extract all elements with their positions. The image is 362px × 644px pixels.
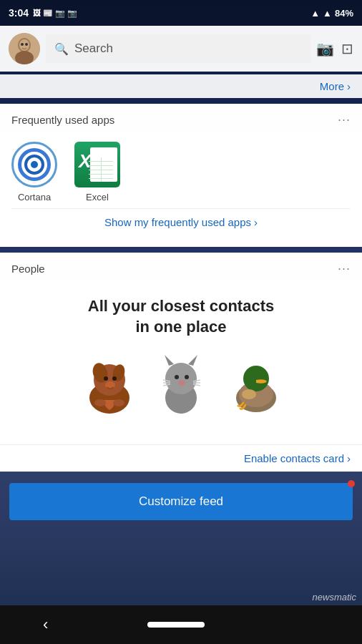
contacts-heading: All your closest contacts in one place bbox=[11, 296, 351, 337]
dog-icon bbox=[77, 351, 142, 416]
svg-point-33 bbox=[242, 389, 256, 399]
svg-marker-17 bbox=[165, 355, 174, 366]
people-title: People bbox=[11, 263, 45, 275]
more-arrow: › bbox=[347, 80, 351, 92]
more-link[interactable]: More › bbox=[320, 80, 351, 92]
customize-bar: Customize feed bbox=[0, 477, 362, 526]
more-bar: More › bbox=[0, 74, 362, 98]
animals-illustration bbox=[11, 351, 351, 416]
frequently-used-menu[interactable]: ··· bbox=[338, 112, 351, 127]
enable-contacts-arrow: › bbox=[347, 452, 351, 464]
search-input-box[interactable]: 🔍 Search bbox=[46, 34, 310, 63]
svg-point-12 bbox=[105, 381, 115, 389]
excel-label: Excel bbox=[86, 192, 109, 203]
excel-lines bbox=[89, 157, 113, 182]
avatar[interactable] bbox=[9, 33, 40, 64]
people-card: People ··· All your closest contacts in … bbox=[0, 253, 362, 472]
frequently-used-title: Frequently used apps bbox=[11, 114, 114, 126]
svg-point-4 bbox=[21, 43, 24, 46]
search-placeholder: Search bbox=[74, 42, 113, 56]
status-time: 3:04 🖼 📰 📷 📷 bbox=[9, 7, 77, 19]
people-header: People ··· bbox=[0, 253, 362, 282]
apps-row: Cortana bbox=[11, 142, 351, 203]
app-item-cortana[interactable]: Cortana bbox=[11, 142, 57, 203]
frequently-used-header: Frequently used apps ··· bbox=[0, 104, 362, 133]
status-right: ▲ ▲ 84% bbox=[310, 8, 353, 19]
cortana-icon bbox=[11, 142, 57, 187]
excel-icon: X bbox=[74, 142, 120, 187]
svg-point-11 bbox=[112, 376, 117, 381]
contacts-heading-line2: in one place bbox=[135, 318, 226, 336]
svg-point-19 bbox=[175, 375, 179, 379]
time-label: 3:04 bbox=[9, 7, 29, 19]
qr-scan-icon[interactable]: ⊡ bbox=[341, 40, 353, 57]
svg-point-14 bbox=[94, 399, 106, 406]
svg-point-10 bbox=[104, 376, 108, 381]
svg-point-16 bbox=[165, 363, 197, 394]
enable-contacts-link[interactable]: Enable contacts card › bbox=[0, 444, 362, 472]
frequently-used-card: Frequently used apps ··· bbox=[0, 104, 362, 247]
customize-label: Customize feed bbox=[139, 494, 223, 509]
people-menu[interactable]: ··· bbox=[338, 261, 351, 276]
cortana-outer-ring bbox=[18, 148, 51, 181]
svg-point-30 bbox=[243, 366, 269, 391]
excel-x-letter: X bbox=[79, 150, 91, 172]
duck-icon bbox=[220, 351, 285, 416]
wifi-icon: ▲ bbox=[310, 8, 320, 19]
svg-point-5 bbox=[25, 43, 28, 46]
camera-icon[interactable]: 📷 bbox=[316, 40, 334, 57]
svg-marker-18 bbox=[188, 355, 197, 366]
more-label: More bbox=[320, 80, 344, 92]
search-actions: 📷 ⊡ bbox=[316, 40, 353, 57]
excel-sheet bbox=[90, 147, 117, 182]
customize-feed-button[interactable]: Customize feed bbox=[9, 483, 353, 520]
status-bar: 3:04 🖼 📰 📷 📷 ▲ ▲ 84% bbox=[0, 0, 362, 26]
svg-point-20 bbox=[185, 375, 189, 379]
show-apps-text: Show my frequently used apps bbox=[104, 216, 251, 228]
show-apps-link[interactable]: Show my frequently used apps › bbox=[11, 208, 351, 235]
contacts-heading-line1: All your closest contacts bbox=[88, 297, 274, 315]
battery-label: 84% bbox=[335, 8, 353, 19]
status-icons-left: 🖼 📰 📷 📷 bbox=[33, 9, 77, 18]
main-content: More › Frequently used apps ··· bbox=[0, 72, 362, 605]
cortana-mid-ring bbox=[24, 155, 44, 175]
bottom-nav: ‹ bbox=[0, 605, 362, 644]
home-pill[interactable] bbox=[147, 622, 205, 628]
people-body: All your closest contacts in one place bbox=[0, 282, 362, 444]
show-apps-arrow: › bbox=[254, 216, 258, 228]
enable-contacts-text: Enable contacts card bbox=[244, 452, 344, 464]
frequently-used-body: Cortana bbox=[0, 133, 362, 247]
cat-icon bbox=[149, 351, 213, 416]
cortana-dot bbox=[31, 161, 38, 168]
cortana-label: Cortana bbox=[18, 192, 51, 203]
app-item-excel[interactable]: X Excel bbox=[74, 142, 120, 203]
search-bar-area: 🔍 Search 📷 ⊡ bbox=[0, 26, 362, 72]
signal-icon: ▲ bbox=[323, 8, 332, 19]
notification-dot bbox=[348, 480, 355, 487]
svg-point-13 bbox=[113, 399, 124, 406]
svg-point-21 bbox=[178, 380, 185, 386]
search-magnifier-icon: 🔍 bbox=[54, 42, 69, 56]
back-button[interactable]: ‹ bbox=[43, 615, 48, 634]
